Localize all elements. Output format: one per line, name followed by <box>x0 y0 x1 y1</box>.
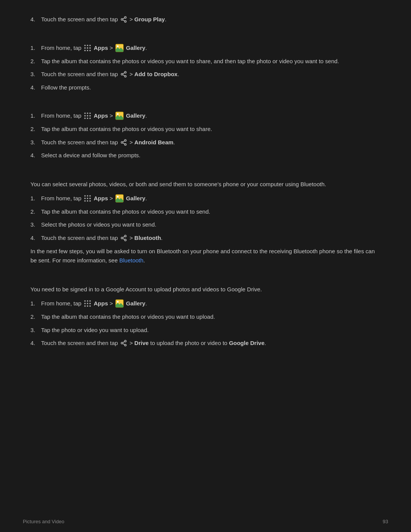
from-home-text: From home, tap <box>41 300 81 307</box>
svg-line-3 <box>123 20 124 21</box>
text-before: Touch the screen and then tap <box>41 139 118 145</box>
page-container: 4. Touch the screen and then tap > Gr <box>23 0 388 383</box>
section-google-drive: You need to be signed in to a Google Acc… <box>30 285 381 348</box>
list-number: 4. <box>30 151 41 160</box>
list-number: 1. <box>30 112 41 120</box>
list-item: 2. Tap the album that contains the photo… <box>30 313 381 321</box>
list-number: 4. <box>30 234 41 243</box>
text-arrow: > <box>129 16 134 22</box>
text-before: Touch the screen and then tap <box>41 340 118 346</box>
list-item: 3. Touch the screen and then tap > Andro… <box>30 138 381 147</box>
list-item: 3. Touch the screen and then tap > Add t… <box>30 70 381 79</box>
svg-line-54 <box>123 238 124 240</box>
svg-rect-61 <box>89 303 91 304</box>
list-content: Touch the screen and then tap > Drive to… <box>41 339 381 348</box>
list-number: 3. <box>30 326 41 335</box>
share-icon <box>120 340 127 347</box>
list-number: 2. <box>30 57 41 66</box>
svg-rect-62 <box>84 305 86 307</box>
svg-point-16 <box>117 45 119 47</box>
list-content: Touch the screen and then tap > Group Pl… <box>41 15 381 24</box>
list-number: 2. <box>30 125 41 134</box>
list-item: 1. From home, tap <box>30 44 381 53</box>
page-footer: Pictures and Video 93 <box>23 519 388 524</box>
from-home-text: From home, tap <box>41 112 81 119</box>
note-text: In the next few steps, you will be asked… <box>30 248 375 264</box>
list-number: 1. <box>30 194 41 203</box>
svg-point-67 <box>117 301 119 303</box>
text-end: . <box>161 235 162 241</box>
list-item: 3. Select the photos or videos you want … <box>30 220 381 229</box>
svg-rect-64 <box>89 305 91 307</box>
svg-rect-30 <box>89 118 91 119</box>
svg-line-55 <box>123 236 124 238</box>
list-number: 4. <box>30 83 41 92</box>
svg-rect-39 <box>84 195 86 196</box>
svg-point-33 <box>117 113 119 115</box>
list-number: 3. <box>30 138 41 147</box>
text-before: Touch the screen and then tap <box>41 71 118 77</box>
share-icon <box>120 235 127 241</box>
bluetooth-link[interactable]: Bluetooth <box>119 257 143 264</box>
svg-rect-60 <box>87 303 88 304</box>
list-content: Touch the screen and then tap > Add to D… <box>41 70 381 79</box>
svg-rect-9 <box>87 47 88 48</box>
apps-icon <box>84 112 91 120</box>
list-content: Tap the album that contains the photos o… <box>41 125 381 134</box>
section-bluetooth: You can select several photos, videos, o… <box>30 180 381 265</box>
list-number: 4. <box>30 339 41 348</box>
svg-rect-5 <box>84 45 86 46</box>
list-content: Touch the screen and then tap > Android … <box>41 138 381 147</box>
list-item: 4. Touch the screen and then tap > Drive <box>30 339 381 348</box>
list-item: 4. Follow the prompts. <box>30 83 381 92</box>
share-icon <box>120 139 127 146</box>
footer-right: 93 <box>383 519 388 524</box>
drive-list: 1. From home, tap <box>30 299 381 348</box>
svg-rect-24 <box>89 113 91 114</box>
arrow: > <box>129 235 134 241</box>
list-content: Tap the album that contains the photos o… <box>41 208 381 216</box>
list-item: 2. Tap the album that contains the photo… <box>30 208 381 216</box>
svg-rect-42 <box>84 198 86 199</box>
gallery-icon <box>115 299 124 308</box>
apps-icon <box>84 44 91 52</box>
text-before: Touch the screen and then tap <box>41 235 118 241</box>
list-number: 2. <box>30 313 41 321</box>
arrow: > <box>129 340 134 346</box>
list-content: Tap the photo or video you want to uploa… <box>41 326 381 335</box>
list-item: 2. Tap the album that contains the photo… <box>30 57 381 66</box>
text-end: . <box>264 340 266 346</box>
list-content: Tap the album that contains the photos o… <box>41 57 381 66</box>
arrow-text: > <box>110 300 115 307</box>
svg-line-38 <box>123 141 124 142</box>
list-number: 3. <box>30 220 41 229</box>
list-content: From home, tap <box>41 194 381 203</box>
svg-rect-28 <box>84 118 86 119</box>
list-item: 4. Touch the screen and then tap > Bluet… <box>30 234 381 243</box>
svg-rect-26 <box>87 115 88 116</box>
svg-rect-23 <box>87 113 88 114</box>
svg-rect-8 <box>84 47 86 48</box>
from-home-text: From home, tap <box>41 195 81 201</box>
text-end: . <box>145 112 147 119</box>
list-number: 4. <box>30 15 41 24</box>
bold-text1: Drive <box>134 340 149 346</box>
svg-rect-63 <box>87 305 88 307</box>
text-end: . <box>165 16 166 22</box>
svg-rect-11 <box>84 50 86 51</box>
svg-rect-41 <box>89 195 91 196</box>
bold-text: Bluetooth <box>134 235 161 241</box>
apps-label: Apps <box>94 112 108 119</box>
text-end: . <box>145 195 147 201</box>
section-intro: You need to be signed in to a Google Acc… <box>30 285 381 294</box>
gallery-icon <box>115 112 124 120</box>
text-before: Touch the screen and then tap <box>41 16 118 22</box>
list-content: From home, tap <box>41 44 381 53</box>
section-android-beam: 1. From home, tap <box>30 112 381 160</box>
apps-icon <box>84 195 91 202</box>
bold-text: Android Beam <box>134 139 174 145</box>
text-end: . <box>174 139 175 145</box>
list-number: 2. <box>30 208 41 216</box>
svg-point-50 <box>117 196 119 198</box>
from-home-text: From home, tap <box>41 45 81 51</box>
